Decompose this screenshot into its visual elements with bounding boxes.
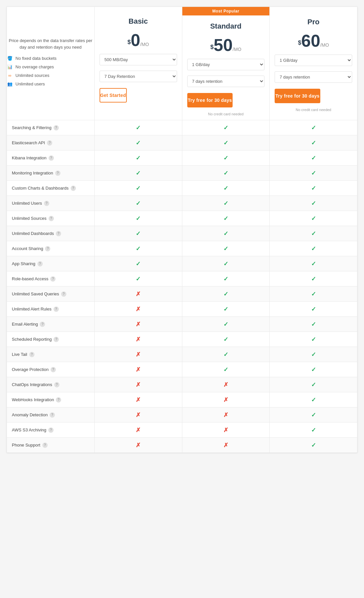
standard-feature-cell: ✗ bbox=[182, 392, 270, 407]
check-icon: ✓ bbox=[311, 200, 316, 207]
help-icon[interactable]: ? bbox=[45, 246, 50, 251]
check-icon: ✓ bbox=[311, 245, 316, 252]
help-icon[interactable]: ? bbox=[71, 186, 76, 191]
check-icon: ✓ bbox=[136, 245, 141, 252]
check-icon: ✓ bbox=[223, 125, 228, 131]
bullet-unlimited-users: 👥 Unlimited users bbox=[7, 81, 94, 87]
pro-cta-button[interactable]: Try free for 30 days bbox=[275, 89, 320, 103]
check-icon: ✓ bbox=[311, 366, 316, 373]
cross-icon: ✗ bbox=[136, 381, 141, 388]
check-icon: ✓ bbox=[311, 276, 316, 282]
pro-no-cc-text: No credit card needed bbox=[270, 106, 357, 116]
check-icon: ✓ bbox=[223, 155, 228, 161]
pro-feature-cell: ✓ bbox=[270, 362, 357, 377]
check-icon: ✓ bbox=[311, 321, 316, 328]
pro-data-dropdown-block[interactable]: 1 GB/day 2 GB/day 5 GB/day bbox=[270, 52, 357, 69]
feature-row: Searching & Filtering ? ✓ ✓ ✓ bbox=[7, 120, 357, 135]
pro-feature-cell: ✓ bbox=[270, 135, 357, 150]
basic-retention-dropdown-block[interactable]: 7 Day Retention 14 Day Retention 30 Day … bbox=[95, 68, 182, 85]
standard-retention-select[interactable]: 7 days retention 14 days retention 30 da… bbox=[187, 76, 265, 87]
help-icon[interactable]: ? bbox=[54, 307, 59, 312]
cross-icon: ✗ bbox=[223, 412, 228, 418]
help-icon[interactable]: ? bbox=[50, 276, 56, 282]
check-icon: ✓ bbox=[311, 261, 316, 267]
help-icon[interactable]: ? bbox=[51, 367, 56, 372]
help-icon[interactable]: ? bbox=[44, 201, 49, 206]
pro-feature-cell: ✓ bbox=[270, 256, 357, 271]
standard-retention-dropdown-block[interactable]: 7 days retention 14 days retention 30 da… bbox=[182, 73, 270, 90]
feature-name: Kibana Integration bbox=[12, 155, 47, 160]
feature-label: Email Alerting ? bbox=[7, 318, 94, 331]
feature-name: Phone Support bbox=[12, 443, 40, 448]
basic-data-select[interactable]: 500 MB/Day 1 GB/Day 2 GB/Day 5 GB/Day bbox=[100, 54, 177, 65]
feature-label: Custom Charts & Dashboards ? bbox=[7, 182, 94, 195]
pro-data-select[interactable]: 1 GB/day 2 GB/day 5 GB/day bbox=[275, 55, 352, 66]
feature-row: Overage Protection ? ✗ ✓ ✓ bbox=[7, 362, 357, 377]
help-icon[interactable]: ? bbox=[47, 140, 52, 146]
standard-feature-cell: ✓ bbox=[182, 211, 270, 226]
feature-label: Unlimited Users ? bbox=[7, 197, 94, 210]
standard-feature-cell: ✗ bbox=[182, 423, 270, 438]
help-icon[interactable]: ? bbox=[29, 352, 34, 357]
standard-feature-cell: ✓ bbox=[182, 332, 270, 347]
basic-feature-cell: ✗ bbox=[94, 332, 182, 347]
help-icon[interactable]: ? bbox=[55, 171, 60, 176]
most-popular-badge: Most Popular bbox=[182, 7, 270, 15]
feature-label-cell: Live Tail ? bbox=[7, 347, 95, 362]
standard-price-dollar: $ bbox=[210, 44, 214, 50]
basic-plan-column: Basic $0/MO 500 MB/Day 1 GB/Day 2 GB/Day… bbox=[94, 7, 182, 120]
help-icon[interactable]: ? bbox=[54, 382, 59, 387]
basic-feature-cell: ✗ bbox=[94, 347, 182, 362]
standard-feature-cell: ✗ bbox=[182, 438, 270, 453]
help-icon[interactable]: ? bbox=[40, 322, 45, 327]
basic-data-dropdown-block[interactable]: 500 MB/Day 1 GB/Day 2 GB/Day 5 GB/Day bbox=[95, 51, 182, 68]
basic-plan-name: Basic bbox=[95, 11, 182, 29]
feature-name: Live Tail bbox=[12, 352, 27, 357]
help-icon[interactable]: ? bbox=[56, 231, 61, 236]
basic-price-mo: /MO bbox=[140, 42, 149, 47]
feature-label-cell: Kibana Integration ? bbox=[7, 150, 95, 166]
cross-icon: ✗ bbox=[223, 381, 228, 388]
help-icon[interactable]: ? bbox=[49, 155, 54, 161]
cross-icon: ✗ bbox=[223, 442, 228, 448]
cross-icon: ✗ bbox=[136, 442, 141, 448]
help-icon[interactable]: ? bbox=[61, 291, 66, 297]
help-icon[interactable]: ? bbox=[37, 261, 43, 266]
feature-label-cell: AWS S3 Archiving ? bbox=[7, 423, 95, 438]
pro-feature-cell: ✓ bbox=[270, 196, 357, 211]
feature-row: Elasticsearch API ? ✓ ✓ ✓ bbox=[7, 135, 357, 150]
help-icon[interactable]: ? bbox=[54, 337, 59, 342]
help-icon[interactable]: ? bbox=[54, 125, 59, 130]
pro-price-mo: /MO bbox=[320, 42, 329, 48]
cross-icon: ✗ bbox=[136, 321, 141, 328]
standard-data-select[interactable]: 1 GB/day 2 GB/day 5 GB/day bbox=[187, 59, 265, 70]
help-icon[interactable]: ? bbox=[49, 216, 54, 221]
standard-cta-button[interactable]: Try free for 30 days bbox=[187, 93, 233, 107]
feature-row: Monitoring Integration ? ✓ ✓ ✓ bbox=[7, 166, 357, 181]
help-icon[interactable]: ? bbox=[48, 427, 54, 433]
feature-label: Unlimited Alert Rules ? bbox=[7, 303, 94, 316]
feature-name: ChatOps Integrations bbox=[12, 382, 52, 387]
feature-label-cell: App Sharing ? bbox=[7, 256, 95, 271]
help-icon[interactable]: ? bbox=[50, 412, 55, 418]
check-icon: ✓ bbox=[223, 200, 228, 207]
standard-no-cc-text: No credit card needed bbox=[182, 111, 270, 120]
pro-retention-dropdown-block[interactable]: 7 days retention 14 days retention 30 da… bbox=[270, 69, 357, 85]
pro-retention-select[interactable]: 7 days retention 14 days retention 30 da… bbox=[275, 71, 352, 83]
basic-cta-button[interactable]: Get Started bbox=[100, 88, 127, 103]
feature-name: Searching & Filtering bbox=[12, 125, 52, 130]
check-icon: ✓ bbox=[223, 261, 228, 267]
standard-feature-cell: ✓ bbox=[182, 135, 270, 150]
standard-data-dropdown-block[interactable]: 1 GB/day 2 GB/day 5 GB/day bbox=[182, 56, 270, 73]
basic-retention-select[interactable]: 7 Day Retention 14 Day Retention 30 Day … bbox=[100, 71, 177, 82]
standard-feature-cell: ✗ bbox=[182, 377, 270, 392]
check-icon: ✓ bbox=[311, 140, 316, 146]
check-icon: ✓ bbox=[311, 230, 316, 237]
basic-feature-cell: ✗ bbox=[94, 317, 182, 332]
help-icon[interactable]: ? bbox=[42, 443, 48, 448]
check-icon: ✓ bbox=[311, 306, 316, 312]
help-icon[interactable]: ? bbox=[56, 397, 61, 402]
check-icon: ✓ bbox=[311, 185, 316, 192]
check-icon: ✓ bbox=[223, 230, 228, 237]
basic-feature-cell: ✗ bbox=[94, 423, 182, 438]
